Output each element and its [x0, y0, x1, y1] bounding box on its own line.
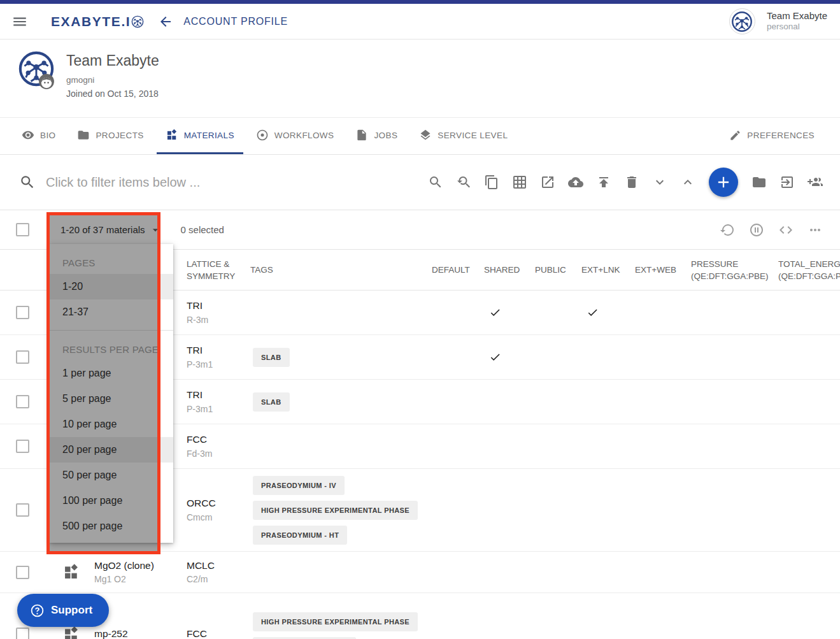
dropdown-section-header: PAGES: [50, 249, 173, 274]
tab-jobs[interactable]: JOBS: [346, 118, 406, 154]
materials-icon: [166, 129, 178, 141]
tab-preferences[interactable]: PREFERENCES: [720, 118, 823, 154]
filter-input[interactable]: [46, 175, 313, 190]
pressure-cell: [691, 335, 778, 379]
material-name: MgO2 (clone): [94, 559, 154, 573]
tab-label: PROJECTS: [96, 131, 143, 140]
row-checkbox[interactable]: [16, 395, 29, 408]
lattice-type: TRI: [187, 343, 213, 357]
dropdown-option[interactable]: 100 per page: [50, 488, 173, 513]
shared-flag-cell: [484, 380, 535, 424]
pagination-dropdown-trigger[interactable]: 1-20 of 37 materials: [61, 224, 162, 236]
material-name-cell[interactable]: MgO2 (clone) Mg1 O2: [51, 552, 187, 592]
ext-web-flag-cell: [635, 291, 691, 334]
cloud-upload-button[interactable]: [565, 171, 587, 193]
ext-web-flag-cell: [635, 424, 691, 468]
grid-button[interactable]: [509, 171, 530, 193]
folder-icon: [77, 129, 90, 141]
total-energy-cell: [778, 335, 840, 379]
dropdown-option[interactable]: 21-37: [50, 299, 173, 325]
tab-materials[interactable]: MATERIALS: [157, 118, 243, 154]
tag-chip: PRASEODYMIUM - IV: [253, 476, 345, 495]
code-button[interactable]: [775, 219, 797, 241]
exabyte-logo[interactable]: EXABYTE.I: [51, 14, 144, 29]
add-material-fab[interactable]: [709, 168, 738, 197]
user-avatar[interactable]: [729, 8, 755, 34]
app-bar: EXABYTE.I ACCOUNT PROFILE Team Exabyte p…: [0, 4, 840, 39]
tab-service-level[interactable]: SERVICE LEVEL: [410, 118, 516, 154]
eye-icon: [22, 129, 34, 141]
row-checkbox[interactable]: [16, 440, 29, 453]
tab-bio[interactable]: BIO: [13, 118, 64, 154]
total-energy-cell: [778, 424, 840, 468]
copy-button[interactable]: [481, 171, 502, 193]
tag-chip: SLAB: [253, 392, 290, 412]
row-checkbox[interactable]: [16, 628, 29, 639]
row-checkbox[interactable]: [16, 503, 29, 517]
folder-button[interactable]: [748, 171, 770, 193]
profile-username: gmogni: [66, 75, 94, 85]
pressure-cell: [691, 291, 778, 334]
row-checkbox[interactable]: [16, 306, 29, 319]
column-header: EXT+WEB: [635, 264, 691, 276]
row-checkbox[interactable]: [16, 350, 29, 364]
pause-circle-button[interactable]: [746, 219, 767, 241]
search-button[interactable]: [425, 171, 446, 193]
selected-count: 0 selected: [181, 224, 224, 235]
shared-flag-cell: [484, 291, 535, 334]
public-flag-cell: [535, 335, 581, 379]
upload-button[interactable]: [593, 171, 615, 193]
lattice-cell: TRI R-3m: [187, 291, 250, 334]
search-again-button[interactable]: [453, 171, 474, 193]
menu-icon[interactable]: [11, 13, 28, 30]
back-arrow-icon[interactable]: [158, 14, 173, 29]
support-button[interactable]: Support: [17, 594, 109, 627]
shared-flag-cell: [484, 424, 535, 468]
ext-web-flag-cell: [635, 335, 691, 379]
more-horiz-button[interactable]: [804, 219, 826, 241]
tags-cell: [250, 424, 432, 468]
restore-icon: [720, 222, 735, 238]
dropdown-option[interactable]: 1 per page: [50, 361, 173, 386]
filter-toolbar: [425, 168, 826, 197]
symmetry-group: Cmcm: [187, 511, 216, 524]
profile-joined-date: Joined on Oct 15, 2018: [66, 89, 159, 99]
dropdown-option[interactable]: 10 per page: [50, 412, 173, 437]
public-flag-cell: [535, 380, 581, 424]
public-flag-cell: [535, 291, 581, 334]
folder-icon: [751, 175, 767, 190]
restore-button[interactable]: [716, 219, 738, 241]
tab-workflows[interactable]: WORKFLOWS: [247, 118, 343, 154]
lattice-cell: MCLC C2/m: [187, 552, 250, 592]
tab-projects[interactable]: PROJECTS: [68, 118, 152, 154]
select-all-checkbox[interactable]: [16, 223, 29, 236]
exit-to-app-button[interactable]: [776, 171, 798, 193]
appbar-user[interactable]: Team Exabyte personal: [729, 8, 827, 34]
tab-label: BIO: [40, 131, 55, 140]
user-name: Team Exabyte: [767, 10, 827, 22]
dropdown-option[interactable]: 20 per page: [50, 437, 173, 463]
chevron-up-button[interactable]: [677, 171, 699, 193]
default-flag-cell: [432, 424, 484, 468]
page-title: ACCOUNT PROFILE: [183, 16, 288, 27]
group-add-button[interactable]: [804, 171, 826, 193]
tag-chip: SLAB: [253, 348, 290, 367]
dropdown-option[interactable]: 1-20: [50, 274, 173, 299]
row-checkbox[interactable]: [16, 566, 29, 579]
pressure-cell: [691, 552, 778, 592]
ext-web-flag-cell: [635, 552, 691, 592]
delete-button[interactable]: [621, 171, 643, 193]
material-icon: [62, 626, 80, 639]
chevron-down-button[interactable]: [649, 171, 671, 193]
pressure-cell: [691, 424, 778, 468]
tags-cell: PRASEODYMIUM - IVHIGH PRESSURE EXPERIMEN…: [250, 468, 432, 552]
dropdown-option[interactable]: 5 per page: [50, 386, 173, 412]
filter-bar: [0, 155, 840, 210]
ext-lnk-flag-cell: [581, 469, 635, 551]
symmetry-group: C2/m: [187, 573, 215, 585]
dropdown-option[interactable]: 50 per page: [50, 463, 173, 488]
open-in-new-button[interactable]: [537, 171, 559, 193]
pagination-dropdown: PAGES1-2021-37RESULTS PER PAGE1 per page…: [50, 244, 173, 543]
dropdown-option[interactable]: 500 per page: [50, 513, 173, 539]
tab-label: SERVICE LEVEL: [438, 131, 508, 140]
